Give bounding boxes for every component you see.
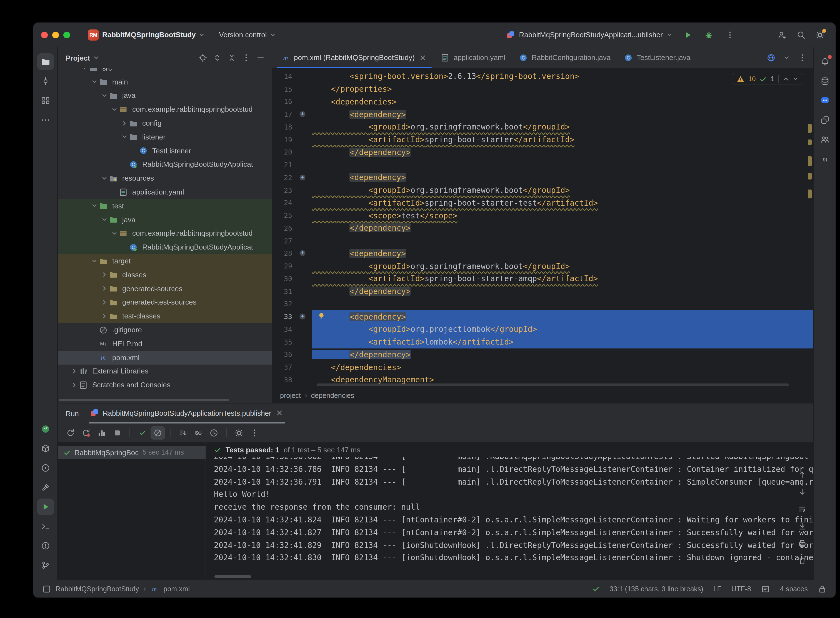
sort-duration-icon[interactable] <box>191 426 206 439</box>
panel-more-icon[interactable] <box>239 51 253 64</box>
next-problem-icon[interactable] <box>793 76 798 82</box>
console-hscroll-thumb[interactable] <box>214 575 251 578</box>
chevron-down-icon[interactable] <box>90 258 99 264</box>
structure-icon[interactable] <box>37 92 53 109</box>
more-icon[interactable] <box>37 112 53 128</box>
tree-item-external-libraries[interactable]: External Libraries <box>58 364 272 378</box>
chevron-right-icon[interactable] <box>100 300 109 305</box>
tree-item-src[interactable]: src <box>58 68 272 75</box>
tree-item-testlistener[interactable]: CTestListener <box>58 144 272 158</box>
test-tree-row[interactable]: RabbitMqSpringBoc 5 sec 147 ms <box>58 446 206 459</box>
breadcrumb-item-project[interactable]: project <box>280 392 301 400</box>
code-line-18[interactable]: 18 <groupId>org.springframework.boot</gr… <box>272 120 813 134</box>
zoom-window-button[interactable] <box>63 31 70 38</box>
code-line-35[interactable]: 35 <artifactId>lombok</artifactId> <box>272 336 813 348</box>
chevron-down-icon[interactable] <box>100 93 109 98</box>
status-file-name[interactable]: pom.xml <box>163 585 190 593</box>
line-separator-widget[interactable]: LF <box>713 585 721 593</box>
debug-button[interactable] <box>701 27 717 43</box>
print-icon[interactable] <box>797 538 808 549</box>
tree-item-help-md[interactable]: M↓HELP.md <box>58 337 272 351</box>
chevron-right-icon[interactable] <box>100 286 109 291</box>
chevron-right-icon[interactable] <box>100 272 109 278</box>
chevron-down-icon[interactable] <box>110 231 119 236</box>
collapse-all-icon[interactable] <box>225 51 238 64</box>
scroll-end-icon[interactable] <box>797 521 808 532</box>
code-line-17[interactable]: 17 <dependency> <box>272 108 813 121</box>
services-icon[interactable] <box>37 460 53 476</box>
tree-item-com-example-rabbitmqspringbootstud[interactable]: com.example.rabbitmqspringbootstud <box>58 103 272 116</box>
chevron-right-icon[interactable] <box>100 313 109 319</box>
rerun-icon[interactable] <box>63 426 78 439</box>
coverage-icon[interactable] <box>95 426 109 439</box>
tree-item-rabbitmqspringbootstudyapplicat[interactable]: CRabbitMqSpringBootStudyApplicat <box>58 241 272 254</box>
status-project-name[interactable]: RabbitMQSpringBootStudy <box>56 585 139 593</box>
code-style-icon[interactable] <box>761 584 770 593</box>
run-more-icon[interactable] <box>247 426 262 439</box>
code-line-34[interactable]: 34 <groupId>org.projectlombok</groupId> <box>272 323 813 336</box>
close-window-button[interactable] <box>41 31 48 38</box>
code-line-31[interactable]: 31 </dependency> <box>272 285 813 298</box>
code-line-21[interactable]: 21 <box>272 159 813 171</box>
tree-item-classes[interactable]: classes <box>58 268 272 282</box>
minimize-window-button[interactable] <box>52 31 59 38</box>
tree-item-application-yaml[interactable]: application.yaml <box>58 185 272 199</box>
code-line-22[interactable]: 22 <dependency> <box>272 171 813 184</box>
maven-gutter-icon[interactable] <box>292 174 312 181</box>
inspections-widget[interactable]: 10 1 <box>732 73 803 85</box>
code-line-19[interactable]: 19 <artifactId>spring-boot-starter</arti… <box>272 134 813 146</box>
run-icon[interactable] <box>37 499 53 515</box>
console-line[interactable]: Hello World! <box>214 488 813 501</box>
indent-widget[interactable]: 4 spaces <box>780 585 808 593</box>
tab-application-yaml[interactable]: application.yaml <box>434 47 512 68</box>
code-line-32[interactable]: 32 <box>272 298 813 310</box>
code-line-16[interactable]: 16 <dependencies> <box>272 95 813 108</box>
warning-mark[interactable] <box>808 124 812 133</box>
history-icon[interactable] <box>207 426 221 439</box>
code-line-37[interactable]: 37 </dependencies> <box>272 361 813 374</box>
ai-assistant-icon[interactable] <box>816 92 833 109</box>
notifications-icon[interactable] <box>816 53 833 70</box>
git-icon[interactable] <box>37 557 53 573</box>
intention-bulb-icon[interactable] <box>318 313 325 320</box>
build-icon[interactable] <box>37 479 53 496</box>
tree-item-rabbitmqspringbootstudyapplicat[interactable]: CRabbitMqSpringBootStudyApplicat <box>58 157 272 171</box>
warning-mark[interactable] <box>808 156 812 166</box>
project-hscroll-thumb[interactable] <box>59 399 229 401</box>
scroll-up-icon[interactable] <box>797 469 808 480</box>
sprout-icon[interactable] <box>37 421 53 437</box>
sort-az-icon[interactable] <box>175 426 190 439</box>
tree-item-java[interactable]: java <box>58 89 272 103</box>
console-line[interactable]: 2024-10-10 14:32:41.830 INFO 82134 --- [… <box>214 551 813 565</box>
chevron-right-icon[interactable] <box>120 120 129 126</box>
tree-item-resources[interactable]: resources <box>58 171 272 185</box>
code-line-20[interactable]: 20 </dependency> <box>272 146 813 159</box>
code-line-28[interactable]: 28 <dependency> <box>272 247 813 260</box>
tabs-more-icon[interactable] <box>795 51 809 64</box>
console-line[interactable]: 2024-10-10 14:32:36.786 INFO 82134 --- [… <box>214 463 813 476</box>
analysis-ok-icon[interactable] <box>592 585 600 593</box>
chevron-right-icon[interactable] <box>70 382 79 388</box>
scroll-down-icon[interactable] <box>797 486 808 498</box>
chevron-down-icon[interactable] <box>100 217 109 222</box>
tree-item-target[interactable]: target <box>58 254 272 268</box>
tab-testlistener-java[interactable]: CTestListener.java <box>617 47 697 68</box>
close-icon[interactable] <box>275 409 284 417</box>
tree-item-generated-sources[interactable]: generated-sources <box>58 282 272 296</box>
console-line[interactable]: receive the response from the consumer: … <box>214 501 813 514</box>
search-icon[interactable] <box>793 27 809 43</box>
warning-mark[interactable] <box>808 190 812 198</box>
lock-icon[interactable] <box>818 584 827 593</box>
prev-problem-icon[interactable] <box>783 76 789 82</box>
expand-all-icon[interactable] <box>211 51 224 64</box>
maven-gutter-icon[interactable] <box>292 250 312 257</box>
tree-item-com-example-rabbitmqspringbootstud[interactable]: com.example.rabbitmqspringbootstud <box>58 226 272 241</box>
code-line-25[interactable]: 25 <scope>test</scope> <box>272 209 813 222</box>
code-line-33[interactable]: 33 <dependency> <box>272 310 813 323</box>
passed-icon[interactable] <box>135 426 150 439</box>
commit-icon[interactable] <box>37 73 53 89</box>
tree-item-scratches-and-consoles[interactable]: Scratches and Consoles <box>58 378 272 392</box>
maven-gutter-icon[interactable] <box>292 111 312 118</box>
run-button[interactable] <box>680 27 696 43</box>
add-user-icon[interactable] <box>775 27 790 43</box>
